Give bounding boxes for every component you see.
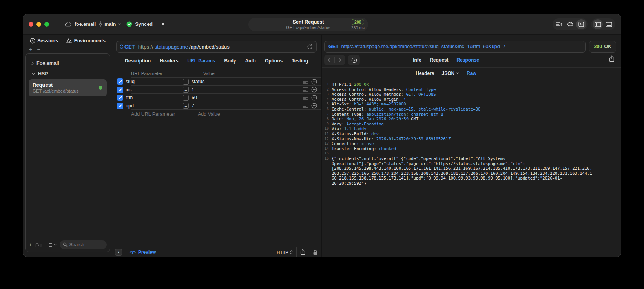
request-url-bar[interactable]: GET https://statuspage.me/api/embed/stat… [116,41,317,53]
editor-tab-headers[interactable]: Headers [160,58,178,64]
url-params-table: URL Parameter Value slug=statusinc=1rtm=… [111,69,321,118]
minimize-window-button[interactable] [36,22,41,27]
param-value-field[interactable]: 7 [192,103,303,109]
remove-session-button[interactable]: − [37,47,40,53]
param-remove-icon[interactable] [311,79,317,85]
param-options-icon[interactable] [303,96,308,100]
branch-selector[interactable]: main [99,21,121,27]
param-checkbox[interactable] [117,87,123,93]
line-number: 11 [324,131,332,136]
param-options-icon[interactable] [303,104,308,108]
response-line-text: Content-Type: application/json; charset=… [332,112,593,117]
new-folder-icon[interactable] [35,242,42,247]
param-name-field[interactable]: slug [126,79,183,84]
request-item-subtitle: GET /api/embed/status [33,89,103,93]
project-name[interactable]: foe.email [75,22,96,27]
editor-tab-auth[interactable]: Auth [245,58,256,64]
search-input[interactable] [69,242,104,247]
editor-tab-body[interactable]: Body [224,58,236,64]
line-number: 13 [324,141,332,146]
request-response-toggle-button[interactable] [576,19,586,29]
param-checkbox[interactable] [117,103,123,109]
group-hsp[interactable]: HSP [29,68,107,79]
editor-tab-description[interactable]: Description [125,58,151,64]
response-tabs: InfoRequestResponse [322,57,570,63]
param-value-field[interactable]: 60 [192,95,303,100]
export-response-icon[interactable] [609,55,615,62]
param-remove-icon[interactable] [311,87,317,93]
collapse-panel-button[interactable]: ▲ [115,249,122,256]
toggle-sidebar-button[interactable] [593,19,603,29]
new-request-button[interactable]: + [29,242,32,247]
response-line-text: Connection: close [332,141,593,146]
response-pane: GET https://statuspage.me/api/embed/stat… [321,35,621,257]
main-content: Sessions Environments + − [23,35,621,257]
tab-sessions[interactable]: Sessions [30,38,58,44]
sync-status: Synced [135,22,152,27]
request-summary-pill[interactable]: Sent Request GET /api/embed/status 200 2… [248,18,368,31]
add-param-field[interactable]: Add URL Parameter [131,111,189,117]
param-row: inc=1 [117,86,321,94]
response-line: 16{"incidents":null,"overall":{"code":"o… [324,156,621,186]
zoom-window-button[interactable] [44,22,49,27]
param-remove-icon[interactable] [311,103,317,109]
search-box[interactable] [60,240,107,249]
response-line-text: X-Status-Build: dev [332,131,593,136]
param-name-field[interactable]: upd [126,103,183,109]
tab-sessions-label: Sessions [37,38,58,44]
success-indicator-dot [99,86,102,90]
response-body[interactable]: 1HTTP/1.1 200 OK2Access-Control-Allow-He… [322,78,621,257]
param-name-field[interactable]: rtm [126,95,183,100]
response-tab-response[interactable]: Response [456,57,479,63]
divider [45,242,45,247]
response-status-code: 200 [594,44,602,49]
response-tab-info[interactable]: Info [413,57,421,63]
send-queue-button[interactable] [554,19,564,29]
add-value-field[interactable]: Add Value [198,111,321,117]
cloud-icon [65,22,72,27]
editor-tab-url-params[interactable]: URL Params [187,58,215,64]
column-header-value: Value [203,71,215,76]
share-icon[interactable] [300,249,305,255]
sent-request-url[interactable]: GET https://statuspage.me/api/embed/stat… [324,41,586,53]
response-line-text: Access-Control-Allow-Headers: Content-Ty… [332,87,593,92]
param-options-icon[interactable] [303,87,308,92]
response-tab-request[interactable]: Request [430,57,448,63]
add-session-button[interactable]: + [29,47,32,53]
protocol-selector[interactable]: HTTP [277,250,293,254]
param-checkbox[interactable] [117,95,123,101]
request-list-item[interactable]: Request GET /api/embed/status [29,79,107,96]
param-options-icon[interactable] [303,80,308,84]
close-window-button[interactable] [29,22,33,27]
response-subtab-json[interactable]: JSON [442,71,460,76]
param-value-field[interactable]: 1 [192,87,303,93]
param-value-field[interactable]: status [192,79,303,84]
request-item-title: Request [33,82,103,88]
method-stepper-icon[interactable] [120,44,123,49]
group-foe-email[interactable]: Foe.email [29,58,107,68]
response-line: 7Content-Type: application/json; charset… [324,112,621,117]
response-subtab-raw[interactable]: Raw [467,71,476,76]
tab-environments[interactable]: Environments [66,38,106,44]
equals-icon: = [183,79,189,85]
preview-button[interactable]: </> Preview [130,249,156,255]
response-line: 15 [324,151,621,156]
line-number: 4 [324,97,332,102]
sync-loop-button[interactable] [565,19,575,29]
editor-tab-testing[interactable]: Testing [292,58,308,64]
toggle-bottom-panel-button[interactable] [604,19,614,29]
response-line: 10Via: 1.1 Caddy [324,126,621,131]
param-checkbox[interactable] [117,78,123,85]
stepper-icon [290,250,293,254]
param-remove-icon[interactable] [311,95,317,101]
synced-check-icon [126,21,132,27]
sort-list-icon[interactable] [48,243,57,247]
response-line-text: Access-Control-Allow-Origin: * [332,97,593,102]
param-name-field[interactable]: inc [126,87,183,93]
reload-icon[interactable] [307,44,313,50]
editor-tab-options[interactable]: Options [265,58,283,64]
unsaved-status-dot [162,23,164,25]
response-line: 9Vary: Accept-Encoding [324,122,621,127]
response-subtab-headers[interactable]: Headers [416,71,434,76]
response-line-text: Date: Mon, 26 Jan 2026 20:29:59 GMT [332,116,593,122]
